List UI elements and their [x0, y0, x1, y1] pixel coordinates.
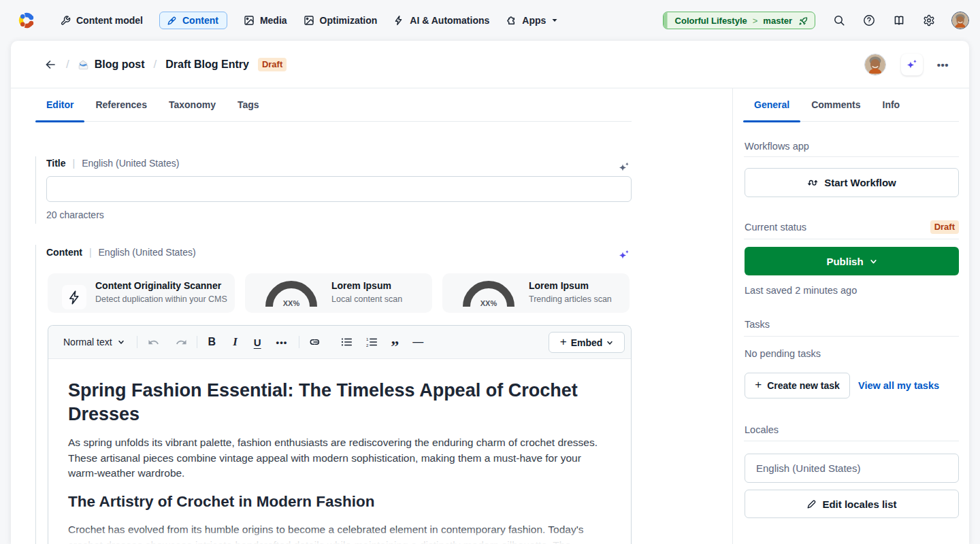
svg-text:1: 1	[366, 337, 369, 341]
svg-text:2: 2	[366, 343, 369, 347]
